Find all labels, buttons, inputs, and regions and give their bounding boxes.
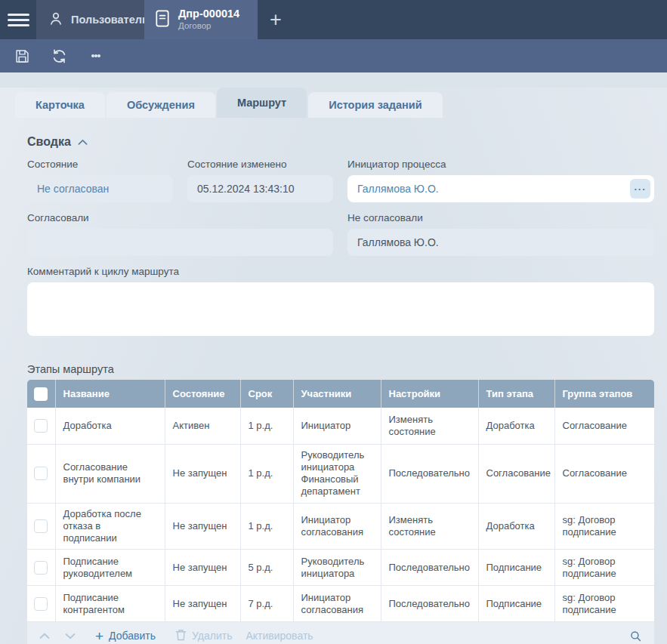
row-checkbox[interactable]	[34, 561, 48, 575]
hamburger-icon	[8, 11, 29, 29]
tab-task-history[interactable]: История заданий	[308, 92, 442, 118]
cell-type: Доработка	[478, 503, 554, 550]
cell-group: Согласование	[554, 408, 654, 444]
add-stage-button[interactable]: + Добавить	[95, 629, 156, 643]
content-area: Карточка Обсуждения Маршрут История зада…	[0, 88, 667, 644]
activate-stage-button[interactable]: Активировать	[245, 630, 313, 642]
cell-term: 7 р.д.	[240, 586, 293, 622]
table-row: Подписание контрагентом Не запущен 7 р.д…	[27, 586, 654, 622]
cell-name: Согласование внутри компании	[55, 444, 165, 503]
cell-name: Подписание контрагентом	[55, 586, 165, 622]
table-header-row: Название Состояние Срок Участники Настро…	[27, 380, 654, 408]
not-approved-field: Галлямова Ю.О.	[347, 229, 654, 256]
new-tab-button[interactable]: +	[258, 0, 294, 39]
cell-settings: Последовательно	[381, 586, 478, 622]
not-approved-label: Не согласовали	[347, 212, 654, 223]
collapse-chevron-icon	[78, 135, 88, 149]
state-changed-field: 05.12.2024 13:43:10	[187, 175, 333, 202]
more-options-button[interactable]	[87, 47, 105, 65]
summary-title: Сводка	[27, 135, 71, 149]
stages-table: Название Состояние Срок Участники Настро…	[27, 380, 654, 622]
column-header-term[interactable]: Срок	[240, 380, 293, 408]
cell-participants: Инициатор согласования	[293, 503, 381, 550]
cell-participants: Руководитель инициатора	[293, 550, 381, 586]
approved-field	[27, 229, 333, 256]
cell-state: Активен	[165, 408, 240, 444]
plus-icon: +	[95, 629, 103, 643]
cell-state: Не запущен	[165, 586, 240, 622]
cell-term: 1 р.д.	[240, 408, 293, 444]
state-field: Не согласован	[27, 175, 173, 202]
column-header-settings[interactable]: Настройки	[381, 380, 478, 408]
action-toolbar	[0, 39, 667, 72]
refresh-icon[interactable]	[50, 47, 68, 65]
summary-section-header[interactable]: Сводка	[27, 135, 654, 149]
cell-settings: Изменять состояние	[381, 503, 478, 550]
main-menu-button[interactable]	[0, 0, 36, 39]
state-changed-label: Состояние изменено	[187, 159, 333, 170]
cell-state: Не запущен	[165, 503, 240, 550]
ellipsis-button[interactable]: ···	[630, 179, 650, 199]
cell-settings: Последовательно	[381, 550, 478, 586]
initiator-field[interactable]: Галлямова Ю.О. ···	[347, 175, 654, 202]
column-header-name[interactable]: Название	[55, 380, 165, 408]
page-tabs: Карточка Обсуждения Маршрут История зада…	[0, 88, 667, 118]
column-header-participants[interactable]: Участники	[293, 380, 381, 408]
column-header-type[interactable]: Тип этапа	[478, 380, 554, 408]
table-row: Доработка после отказа в подписании Не з…	[27, 503, 654, 550]
cell-name: Доработка	[55, 408, 165, 444]
tab-route[interactable]: Маршрут	[217, 88, 307, 118]
table-row: Согласование внутри компании Не запущен …	[27, 444, 654, 503]
stages-title: Этапы маршрута	[27, 363, 654, 375]
cell-name: Подписание руководителем	[55, 550, 165, 586]
table-row: Подписание руководителем Не запущен 5 р.…	[27, 550, 654, 586]
cell-type: Согласование	[478, 444, 554, 503]
cell-term: 1 р.д.	[240, 503, 293, 550]
route-comment-input[interactable]	[27, 282, 654, 336]
cell-group: sg: Договор подписание	[554, 503, 654, 550]
select-all-checkbox[interactable]	[34, 387, 48, 401]
user-icon	[48, 11, 64, 29]
table-body: Доработка Активен 1 р.д. Инициатор Измен…	[27, 408, 654, 622]
row-checkbox[interactable]	[34, 419, 48, 433]
cell-type: Подписание	[478, 550, 554, 586]
cell-type: Подписание	[478, 586, 554, 622]
window-tab-document-subtitle: Договор	[178, 21, 239, 32]
save-button[interactable]	[13, 47, 31, 65]
cell-name: Доработка после отказа в подписании	[55, 503, 165, 550]
column-header-state[interactable]: Состояние	[165, 380, 240, 408]
move-up-button[interactable]	[39, 633, 50, 639]
column-header-group[interactable]: Группа этапов	[554, 380, 654, 408]
cell-settings: Последовательно	[381, 444, 478, 503]
cell-participants: Инициатор	[293, 408, 381, 444]
window-tab-user-label: Пользователь	[71, 14, 149, 26]
cell-group: sg: Договор подписание	[554, 586, 654, 622]
window-tab-document[interactable]: Дпр-000014 Договор	[144, 0, 258, 39]
approved-label: Согласовали	[27, 212, 333, 223]
window-tab-user[interactable]: Пользователь	[36, 0, 144, 39]
search-button[interactable]	[629, 630, 642, 642]
cell-participants: Инициатор согласования	[293, 586, 381, 622]
row-checkbox[interactable]	[34, 467, 48, 480]
table-row: Доработка Активен 1 р.д. Инициатор Измен…	[27, 408, 654, 444]
plus-icon: +	[270, 8, 282, 32]
top-window-bar: Пользователь Дпр-000014 Договор +	[0, 0, 667, 39]
state-label: Состояние	[27, 159, 173, 170]
cell-group: Согласование	[554, 444, 654, 503]
initiator-label: Инициатор процесса	[347, 159, 654, 170]
cell-participants: Руководитель инициатора Финансовый депар…	[293, 444, 381, 503]
tab-card[interactable]: Карточка	[15, 92, 105, 118]
move-down-button[interactable]	[65, 633, 76, 639]
document-icon	[154, 9, 171, 31]
row-checkbox[interactable]	[34, 519, 48, 533]
window-tab-document-title: Дпр-000014	[178, 8, 239, 20]
row-checkbox[interactable]	[34, 597, 48, 611]
cell-term: 5 р.д.	[240, 550, 293, 586]
trash-icon	[175, 629, 187, 643]
tab-discussions[interactable]: Обсуждения	[107, 92, 215, 118]
cell-state: Не запущен	[165, 550, 240, 586]
cell-settings: Изменять состояние	[381, 408, 478, 444]
delete-stage-button[interactable]: Удалить	[175, 629, 232, 643]
cell-term: 1 р.д.	[240, 444, 293, 503]
cell-type: Доработка	[478, 408, 554, 444]
